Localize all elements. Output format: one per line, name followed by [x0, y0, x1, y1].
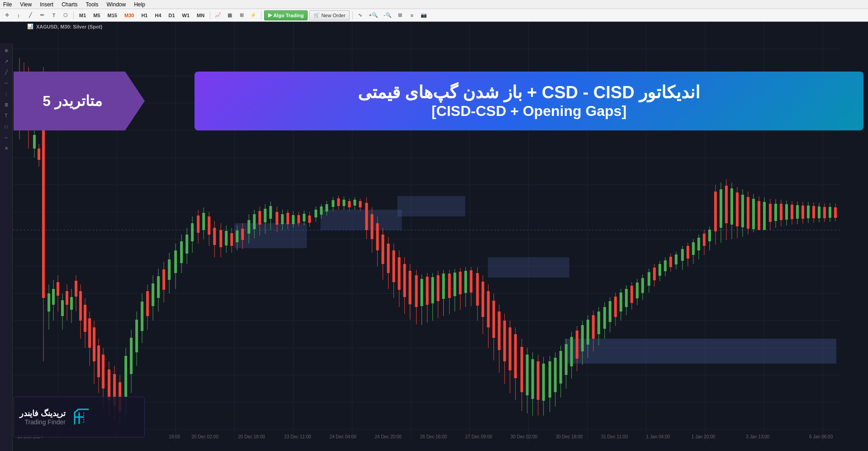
template-btn[interactable]: ⚡ [248, 10, 258, 20]
grid-btn[interactable]: ⊞ [395, 10, 405, 20]
svg-rect-77 [130, 338, 133, 374]
svg-rect-171 [392, 250, 395, 282]
svg-rect-137 [297, 215, 300, 223]
time-label-15: 3 Jan 13:00 [746, 434, 770, 439]
new-order-button[interactable]: 🛒 New Order [309, 10, 349, 20]
left-crosshair[interactable]: ⊕ [1, 45, 11, 55]
svg-rect-55 [75, 281, 77, 297]
line-chart-btn[interactable]: 📈 [213, 10, 223, 20]
svg-rect-127 [269, 206, 272, 219]
zoom-out-btn[interactable]: -🔍 [382, 10, 394, 20]
algo-trading-button[interactable]: ▶ Algo Trading [264, 10, 308, 20]
tf-m15[interactable]: M15 [105, 11, 120, 20]
svg-rect-189 [442, 273, 445, 299]
pencil-tool[interactable]: ✏ [37, 10, 47, 20]
svg-rect-103 [202, 213, 205, 230]
svg-rect-169 [387, 244, 389, 273]
menu-item-help[interactable]: Help [133, 1, 147, 8]
svg-rect-315 [791, 205, 793, 219]
indicator-btn[interactable]: ∿ [356, 10, 365, 20]
zoom-in-btn[interactable]: +🔍 [367, 10, 380, 20]
svg-rect-83 [146, 291, 149, 316]
menu-item-window[interactable]: Window [105, 1, 128, 8]
svg-rect-161 [365, 203, 368, 230]
svg-rect-113 [230, 233, 233, 246]
banner-left: متاتریدر 5 [14, 72, 145, 130]
tf-mn[interactable]: MN [194, 11, 207, 20]
left-line[interactable]: ╱ [1, 67, 11, 77]
time-label-2: 19:00 [169, 434, 180, 439]
tf-m5[interactable]: M5 [90, 11, 103, 20]
symbol-name: XAGUSD, M30: Silver (Spot) [36, 24, 102, 29]
left-delete[interactable]: ✕ [1, 143, 11, 153]
svg-rect-299 [747, 197, 749, 229]
screenshot-btn[interactable]: 📷 [419, 10, 429, 20]
left-hline[interactable]: ─ [1, 78, 11, 88]
svg-rect-51 [66, 291, 68, 305]
tf-d1[interactable]: D1 [166, 11, 178, 20]
svg-rect-79 [135, 320, 138, 352]
svg-rect-147 [325, 204, 328, 211]
svg-rect-157 [353, 200, 356, 206]
svg-rect-213 [509, 327, 512, 370]
tf-h1[interactable]: H1 [138, 11, 150, 20]
svg-rect-255 [625, 289, 628, 307]
svg-rect-285 [708, 230, 711, 241]
arrow-tool[interactable]: ↕ [14, 10, 24, 20]
tf-m1[interactable]: M1 [76, 11, 89, 20]
svg-rect-327 [823, 207, 826, 218]
svg-rect-217 [521, 347, 523, 392]
time-label-8: 26 Dec 16:00 [420, 434, 447, 439]
left-shapes[interactable]: □ [1, 121, 11, 131]
svg-rect-271 [669, 257, 672, 267]
menu-item-view[interactable]: View [19, 1, 33, 8]
svg-rect-291 [725, 186, 728, 223]
left-arrow[interactable]: ↗ [1, 56, 11, 66]
svg-rect-309 [774, 204, 777, 221]
svg-rect-107 [213, 228, 216, 245]
svg-rect-175 [403, 264, 406, 297]
svg-rect-99 [191, 223, 194, 241]
left-fib[interactable]: ≣ [1, 100, 11, 110]
svg-rect-37 [33, 135, 36, 149]
left-text[interactable]: T [1, 110, 11, 120]
time-label-14: 1 Jan 20:00 [692, 434, 716, 439]
tf-h4[interactable]: H4 [152, 11, 164, 20]
menu-item-insert[interactable]: Insert [38, 1, 55, 8]
tf-w1[interactable]: W1 [180, 11, 193, 20]
toolbar-sep-1 [73, 11, 74, 19]
time-label-9: 27 Dec 09:00 [465, 434, 493, 439]
left-measure[interactable]: ↔ [1, 132, 11, 142]
gap-zone-4 [488, 257, 569, 278]
tf-m30[interactable]: M30 [122, 11, 137, 20]
svg-rect-153 [342, 200, 345, 206]
svg-rect-235 [570, 337, 573, 366]
text-tool[interactable]: T [49, 10, 59, 20]
shapes-tool[interactable]: ⬡ [61, 10, 71, 20]
menu-item-file[interactable]: File [2, 1, 13, 8]
left-channel[interactable]: ⋮ [1, 89, 11, 99]
toolbar-sep-3 [261, 11, 261, 19]
svg-rect-111 [225, 231, 228, 245]
menu-item-tools[interactable]: Tools [85, 1, 100, 8]
time-label-6: 24 Dec 04:00 [329, 434, 356, 439]
banner-right-text2: [CISD-CSD + Opening Gaps] [432, 103, 626, 120]
candle-chart-btn[interactable]: ▦ [225, 10, 235, 20]
svg-rect-197 [465, 271, 467, 293]
svg-rect-93 [174, 250, 177, 273]
volume-btn[interactable]: ≡ [407, 10, 417, 20]
logo-icon [70, 406, 93, 428]
svg-rect-143 [314, 210, 317, 217]
svg-rect-61 [88, 318, 91, 348]
svg-rect-59 [84, 305, 86, 332]
logo-text-area: تریدینگ فایندر Trading Finder [19, 408, 66, 426]
svg-rect-141 [308, 216, 311, 223]
time-label-10: 30 Dec 02:00 [511, 434, 538, 439]
bar-chart-btn[interactable]: ⊞ [237, 10, 247, 20]
banner-left-text: متاتریدر 5 [43, 92, 116, 110]
crosshair-tool[interactable]: ✛ [2, 10, 12, 20]
svg-rect-251 [614, 297, 617, 317]
svg-rect-65 [97, 345, 100, 377]
menu-item-charts[interactable]: Charts [60, 1, 79, 8]
line-tool[interactable]: ╱ [25, 10, 35, 20]
